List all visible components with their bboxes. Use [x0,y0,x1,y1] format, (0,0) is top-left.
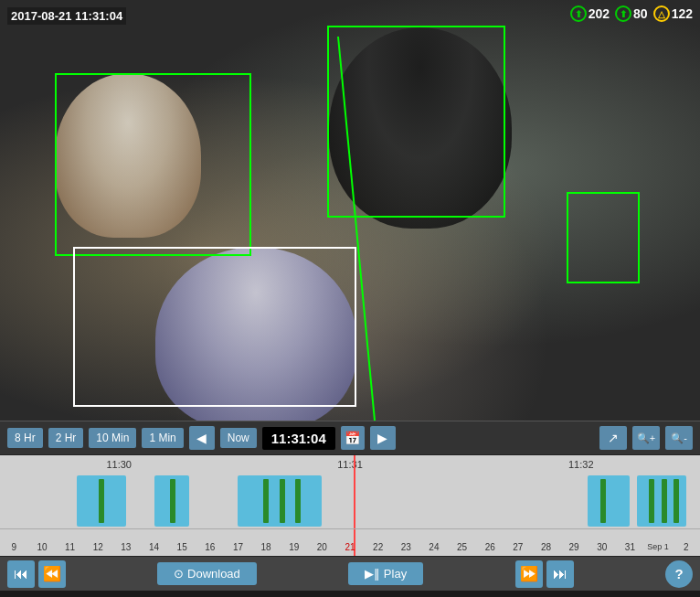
counter-in-icon: ⬆ [570,5,587,22]
zoom-in-button[interactable]: 🔍+ [632,426,660,450]
export-button[interactable]: ↗ [599,426,627,450]
zoom-out-button[interactable]: 🔍- [665,426,693,450]
num-19: 19 [280,542,308,552]
num-18: 18 [252,542,281,552]
num-14: 14 [140,542,168,552]
num-27: 27 [504,542,533,552]
timeline-block-4 [588,475,630,527]
num-20: 20 [308,542,336,552]
num-29: 29 [560,542,589,552]
calendar-button[interactable]: 📅 [341,426,365,450]
counter-total-value: 122 [672,6,693,21]
num-16: 16 [196,542,224,552]
controls-bar: 8 Hr 2 Hr 10 Min 1 Min ◀ Now 11:31:04 📅 … [0,421,700,455]
video-area: 2017-08-21 11:31:04 ⬆ 202 ⬆ 80 △ 122 [0,0,700,421]
num-sep: Sep 1 [644,542,673,551]
download-button[interactable]: ⊙ Download [157,562,256,585]
num-24: 24 [420,542,449,552]
counter-total: △ 122 [653,5,693,22]
person-silhouette-1 [55,73,201,238]
tl-label-1132: 11:32 [568,459,594,470]
play-button[interactable]: ▶‖ Play [348,562,423,585]
counter-in-value: 202 [589,6,610,21]
next-button[interactable]: ▶ [370,426,396,450]
num-12: 12 [84,542,112,552]
counter-out: ⬆ 80 [615,5,648,22]
number-row: 9 10 11 12 13 14 15 16 17 18 19 20 21 22… [0,539,700,554]
time-2h-button[interactable]: 2 Hr [48,428,84,448]
timeline-area[interactable]: 11:30 11:31 11:32 9 10 11 12 13 14 15 16 [0,455,700,556]
prev-button[interactable]: ◀ [189,426,215,450]
num-9: 9 [0,542,28,552]
time-10m-button[interactable]: 10 Min [89,428,136,448]
person-silhouette-2 [329,27,512,229]
person-silhouette-3 [155,247,356,421]
num-17: 17 [224,542,252,552]
num-11: 11 [56,542,84,552]
timeline-block-5 [637,475,686,527]
num-23: 23 [392,542,420,552]
counter-in: ⬆ 202 [570,5,610,22]
num-28: 28 [532,542,560,552]
time-1m-button[interactable]: 1 Min [142,428,183,448]
video-timestamp: 2017-08-21 11:31:04 [7,7,126,25]
nav-group-right: ⏩ ⏭ [515,560,574,588]
num-31: 31 [616,542,644,552]
num-15: 15 [168,542,196,552]
time-8h-button[interactable]: 8 Hr [7,428,43,448]
num-2: 2 [672,542,700,552]
timeline-labels: 11:30 11:31 11:32 [0,459,700,474]
num-10: 10 [28,542,57,552]
num-13: 13 [112,542,141,552]
num-22: 22 [364,542,392,552]
timeline-block-2 [154,475,189,527]
counter-out-icon: ⬆ [615,5,631,22]
num-30: 30 [588,542,616,552]
num-26: 26 [476,542,504,552]
action-bar: ⏮ ⏪ ⊙ Download ▶‖ Play ⏩ ⏭ ? [0,556,700,591]
counter-out-value: 80 [633,6,648,21]
num-25: 25 [448,542,476,552]
first-frame-button[interactable]: ⏮ [7,560,35,588]
tl-label-1130: 11:30 [106,459,132,470]
now-button[interactable]: Now [220,428,257,448]
nav-group-left: ⏮ ⏪ [7,560,66,588]
tl-label-1131: 11:31 [337,459,363,470]
counters-overlay: ⬆ 202 ⬆ 80 △ 122 [570,5,693,22]
help-button[interactable]: ? [665,560,693,588]
next-frame-button[interactable]: ⏩ [515,560,543,588]
timeline-block-3 [238,475,322,527]
time-display: 11:31:04 [262,427,335,450]
last-frame-button[interactable]: ⏭ [546,560,574,588]
tick-row [0,528,700,539]
prev-frame-button[interactable]: ⏪ [38,560,66,588]
timeline-block-1 [77,475,126,527]
counter-total-icon: △ [653,5,670,22]
num-21: 21 [336,542,365,552]
